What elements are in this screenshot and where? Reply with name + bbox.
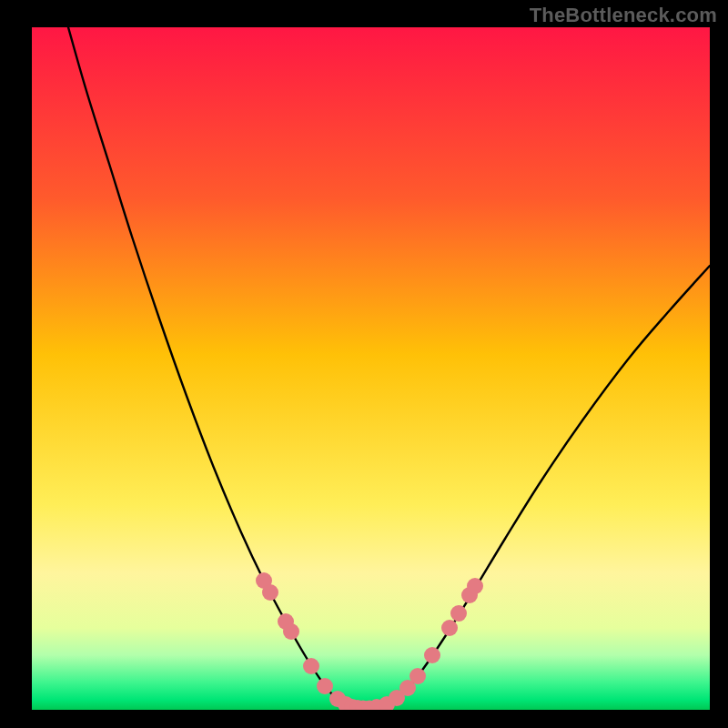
- data-marker: [424, 647, 440, 663]
- data-marker: [410, 668, 426, 684]
- watermark-text: TheBottleneck.com: [530, 4, 717, 27]
- data-marker: [303, 658, 319, 674]
- data-marker: [467, 578, 483, 594]
- data-marker: [283, 623, 299, 640]
- data-marker: [262, 584, 278, 601]
- chart-svg: [32, 27, 710, 710]
- data-marker: [450, 605, 467, 622]
- plot-area: [32, 27, 710, 710]
- data-marker: [317, 678, 333, 694]
- gradient-background: [32, 27, 710, 710]
- data-marker: [441, 620, 458, 636]
- chart-frame: TheBottleneck.com: [0, 0, 728, 728]
